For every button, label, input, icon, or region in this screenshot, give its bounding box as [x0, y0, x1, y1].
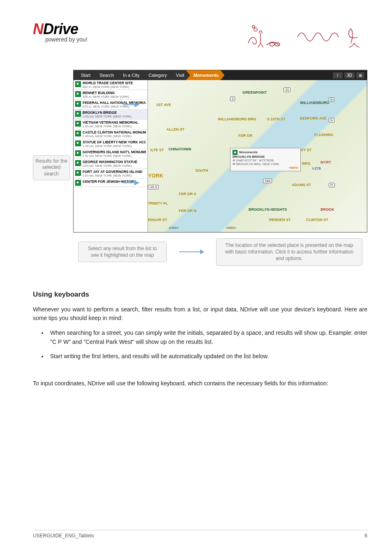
poi-icon: [75, 101, 81, 107]
logo-tagline: powered by you!: [45, 36, 107, 43]
crumb-monuments[interactable]: Monuments: [186, 70, 225, 80]
section-title: Using keyboards: [33, 290, 367, 299]
walk-icon[interactable]: 🚶: [333, 72, 343, 78]
route-shield: Fl: [329, 183, 335, 187]
map-label: SOUTH: [195, 168, 208, 173]
footer-page-number: 6: [364, 533, 367, 539]
map-label: 1ST AVE: [156, 103, 171, 107]
map-label: I-278: [312, 166, 321, 170]
crumb-category[interactable]: Category: [141, 70, 173, 80]
list-item[interactable]: VIETNAM VETERANS MEMORIAL1.33 km, NEW YO…: [74, 120, 148, 129]
page-header: NDrive powered by you!: [33, 21, 367, 53]
list-item[interactable]: BROOKLYN BRIDGE1.03 km, NEW YORK (NEW YO…: [74, 110, 148, 120]
route-shield: 28A: [263, 179, 272, 183]
poi-icon: [75, 170, 81, 176]
list-item[interactable]: WORLD TRADE CENTER SITE402 m, NEW YORK (…: [74, 80, 148, 90]
place-info-card[interactable]: Monuments BROOKLYN BRIDGE ⊕ (N40°42'27.5…: [230, 148, 301, 171]
place-address: ✉ BROOKLYN BRG, NEW YORK: [233, 162, 298, 166]
map-label: REMSEN ST: [269, 218, 291, 222]
arrow-right-icon: [179, 251, 204, 252]
route-shield: B: [329, 97, 334, 102]
crumb-search[interactable]: Search: [92, 70, 120, 80]
map-label: TRINITY PL: [148, 201, 168, 205]
list-item[interactable]: FEDERAL HALL NATIONAL MEMORIAL873 m, NEW…: [74, 100, 148, 110]
place-info-link[interactable]: +INFO: [233, 166, 298, 170]
poi-icon: [75, 140, 81, 146]
poi-icon: [75, 131, 81, 136]
map-label: EDGAR ST: [148, 218, 167, 222]
map-label: BEDFORD AVE: [300, 116, 327, 120]
poi-icon: [75, 150, 81, 156]
scale-bar: 1000m: [226, 226, 236, 230]
callout-left: Select any result from the list to see i…: [78, 242, 167, 262]
map-label: YORK: [148, 173, 164, 179]
tips-list: When searching for a street, you can sim…: [48, 329, 367, 367]
poi-icon: [75, 121, 81, 127]
tip-item: When searching for a street, you can sim…: [48, 329, 367, 346]
map-label: GREENPOINT: [242, 90, 267, 94]
map-label: CLINTON ST: [306, 218, 328, 222]
breadcrumb-bar: Start Search In a City Category Visit Mo…: [74, 70, 367, 80]
logo: NDrive powered by you!: [33, 21, 107, 53]
map-label: WILLIAMSBURG BRG: [218, 117, 256, 121]
list-item[interactable]: CASTLE CLINTON NATIONAL MONUM1.43 km, NE…: [74, 129, 148, 139]
list-item[interactable]: GOVERNORS ISLAND NAT'L MONUMEN1.52 km, N…: [74, 149, 148, 159]
list-item[interactable]: STATUE OF LIBERTY-NEW YORK ACC1.45 km, N…: [74, 139, 148, 149]
place-category: Monuments: [239, 150, 258, 154]
results-label-box: Results for the selected search: [33, 155, 70, 180]
logo-letter-n: N: [33, 21, 43, 37]
list-item[interactable]: CENTER FOR JEWISH HISTORY: [74, 179, 148, 187]
route-shield: 6: [230, 97, 235, 101]
poi-icon: [233, 150, 238, 155]
app-window: Start Search In a City Category Visit Mo…: [73, 70, 367, 233]
map-label: FDR DR: [238, 134, 252, 138]
results-list[interactable]: WORLD TRADE CENTER SITE402 m, NEW YORK (…: [74, 80, 148, 232]
3d-toggle[interactable]: 3D: [344, 72, 355, 78]
place-coords: ⊕ (N40°42'27.54", W73°59'56: [233, 159, 298, 162]
map-label: BROOKLYN HEIGHTS: [249, 207, 287, 212]
locate-icon[interactable]: ⊕: [356, 72, 364, 78]
map-view[interactable]: GREENPOINT 1ST AVE WILLIAMSBURG WILLIAMS…: [148, 80, 367, 232]
map-label: S 10TH ST: [267, 117, 286, 121]
poi-icon: [75, 180, 81, 186]
svg-point-0: [254, 28, 257, 31]
route-shield: N: [329, 118, 334, 122]
map-label: BROOK: [321, 207, 334, 212]
map-label: WILLIAMSBURG: [300, 101, 329, 105]
route-shield: US-9: [148, 185, 159, 189]
header-doodle: [244, 21, 367, 49]
poi-icon: [75, 91, 81, 97]
route-shield: 33: [284, 88, 291, 92]
map-label: MYRT: [321, 160, 331, 164]
list-item[interactable]: FORT JAY AT GOVERNORS ISLAND2.67 km, NEW…: [74, 169, 148, 179]
map-label: ILTE ST: [150, 148, 164, 152]
list-item[interactable]: GEORGE WASHINGTON STATUE2.64 km, NEW YOR…: [74, 159, 148, 169]
map-label: FLUSHING: [314, 133, 333, 137]
crumb-in-a-city[interactable]: In a City: [115, 70, 145, 80]
map-label: CHINATOWN: [168, 147, 191, 151]
poi-icon: [75, 160, 81, 166]
poi-icon: [75, 81, 81, 87]
page-footer: USERGUIDE_ENG_Tablets 6: [33, 530, 367, 539]
coord-paragraph: To input coordinates, NDrive will use th…: [33, 379, 367, 388]
map-label: ADAMS ST: [292, 183, 311, 187]
footer-doc-name: USERGUIDE_ENG_Tablets: [33, 533, 94, 539]
svg-point-1: [252, 25, 255, 28]
logo-brand-rest: Drive: [43, 21, 78, 37]
intro-paragraph: Whenever you want to perform a search, f…: [33, 305, 367, 323]
poi-icon: [75, 111, 81, 117]
place-name: BROOKLYN BRIDGE: [233, 155, 298, 159]
crumb-start[interactable]: Start: [74, 70, 96, 80]
screenshot-figure: Results for the selected search Start Se…: [33, 70, 367, 266]
list-item[interactable]: BENNET BUILDING433 m, NEW YORK (NEW YORK…: [74, 90, 148, 100]
tip-item: Start writing the first letters, and res…: [48, 352, 367, 361]
map-label: FDR DR N: [179, 209, 196, 213]
map-label: FDR DR S: [179, 192, 196, 196]
map-label: ALLEN ST: [166, 127, 184, 131]
scale-bar: 1000m: [168, 226, 178, 230]
callout-right: The location of the selected place is pr…: [216, 238, 362, 266]
callout-row: Select any result from the list to see i…: [73, 238, 367, 266]
